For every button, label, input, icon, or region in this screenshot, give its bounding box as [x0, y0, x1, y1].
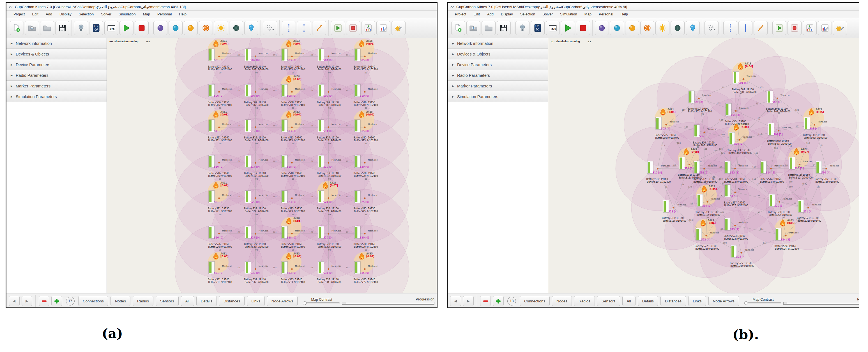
node-dot[interactable] — [255, 127, 256, 128]
menu-selection[interactable]: Selection — [517, 12, 539, 16]
menu-project[interactable]: Project — [10, 12, 28, 16]
node-dot[interactable] — [328, 56, 329, 57]
node-dot[interactable] — [255, 198, 256, 199]
sidebar-panel-radio-parameters[interactable]: ▶Radio Parameters — [6, 70, 106, 81]
menu-simulation[interactable]: Simulation — [556, 12, 581, 16]
node-dot[interactable] — [328, 268, 329, 270]
code-editor-button[interactable]: </> — [546, 21, 560, 35]
view-button-links[interactable]: Links — [688, 296, 706, 306]
menu-edit[interactable]: Edit — [28, 12, 42, 16]
mini-stop-button[interactable] — [787, 21, 802, 35]
node-dot[interactable] — [689, 164, 690, 165]
node-dot[interactable] — [735, 225, 736, 226]
sidebar-panel-network-information[interactable]: ▶Network information — [448, 38, 548, 49]
node-dot[interactable] — [218, 91, 220, 93]
sidebar-panel-network-information[interactable]: ▶Network information — [6, 38, 106, 49]
sensor-yellow-button[interactable] — [184, 21, 198, 35]
mini-run-button[interactable] — [331, 21, 345, 35]
open-project-button[interactable] — [40, 21, 54, 35]
marker-button[interactable] — [686, 21, 700, 35]
node-dot[interactable] — [814, 124, 815, 126]
view-button-distances[interactable]: Distances — [660, 296, 686, 306]
menu-personal[interactable]: Personal — [595, 12, 617, 16]
dotted-line-button[interactable] — [282, 21, 296, 35]
menu-project[interactable]: Project — [451, 12, 470, 16]
run-simulation-button[interactable] — [561, 21, 575, 35]
view-button-radios[interactable]: Radios — [133, 296, 153, 306]
random-devices-button[interactable] — [705, 21, 718, 35]
menu-personal[interactable]: Personal — [154, 12, 175, 16]
network-graph-button[interactable] — [361, 21, 375, 35]
network-map-svg[interactable]: 1351099110911796121901261571061318110812… — [548, 38, 859, 293]
zoom-out-button[interactable] — [39, 296, 50, 306]
node-dot[interactable] — [255, 56, 256, 57]
view-button-node-arrows[interactable]: Node Arrows — [708, 296, 739, 306]
menu-edit[interactable]: Edit — [470, 12, 483, 16]
code-editor-button[interactable]: </> — [104, 21, 118, 35]
node-dot[interactable] — [291, 127, 293, 128]
node-dot[interactable] — [799, 164, 800, 165]
node-dot[interactable] — [735, 168, 736, 169]
view-button-connections[interactable]: Connections — [78, 296, 108, 306]
map-canvas[interactable]: IoT Simulation running 5 s 1019910199101… — [107, 38, 437, 293]
menu-add[interactable]: Add — [484, 12, 497, 16]
slider-knob-icon[interactable] — [744, 301, 748, 305]
sidebar-panel-devices-objects[interactable]: ▶Devices & Objects — [6, 49, 106, 59]
node-dot[interactable] — [706, 235, 707, 236]
node-dot[interactable] — [364, 127, 366, 128]
node-dot[interactable] — [779, 201, 780, 203]
menu-simulation[interactable]: Simulation — [115, 12, 140, 16]
sensor-purple-button[interactable] — [595, 21, 609, 35]
view-button-all[interactable]: All — [181, 296, 194, 306]
sensor-cyan-button[interactable] — [610, 21, 624, 35]
node-dot[interactable] — [218, 127, 220, 128]
script-file-button[interactable]: C:\ — [89, 21, 103, 35]
import-project-button[interactable] — [25, 21, 39, 35]
sidebar-panel-simulation-parameters[interactable]: ▶Simulation Parameters — [448, 91, 548, 102]
view-button-sensors[interactable]: Sensors — [597, 296, 620, 306]
mini-stop-button[interactable] — [346, 21, 360, 35]
node-dot[interactable] — [328, 162, 329, 164]
view-button-details[interactable]: Details — [638, 296, 658, 306]
node-dot[interactable] — [707, 201, 708, 203]
menu-selection[interactable]: Selection — [75, 12, 97, 16]
node-dot[interactable] — [218, 162, 220, 164]
node-dot[interactable] — [735, 192, 736, 193]
node-dot[interactable] — [328, 91, 329, 93]
sensor-dark-button[interactable] — [671, 21, 685, 35]
node-dot[interactable] — [291, 56, 293, 57]
node-dot[interactable] — [739, 139, 740, 141]
stop-simulation-button[interactable] — [576, 21, 590, 35]
view-button-distances[interactable]: Distances — [219, 296, 245, 306]
view-button-node-arrows[interactable]: Node Arrows — [267, 296, 298, 306]
node-dot[interactable] — [328, 198, 329, 199]
view-button-radios[interactable]: Radios — [574, 296, 595, 306]
script-file-button[interactable]: C:\ — [531, 21, 545, 35]
sensor-sun-button[interactable] — [655, 21, 670, 35]
node-dot[interactable] — [808, 207, 809, 209]
sensor-dark-button[interactable] — [229, 21, 243, 35]
node-dot[interactable] — [777, 98, 778, 99]
menu-help[interactable]: Help — [617, 12, 631, 16]
map-contrast-slider[interactable] — [745, 302, 781, 305]
curve-button[interactable] — [753, 21, 768, 35]
node-dot[interactable] — [218, 233, 220, 234]
node-dot[interactable] — [364, 162, 366, 164]
node-dot[interactable] — [255, 91, 256, 93]
prev-button[interactable]: ◀ — [450, 296, 461, 306]
simulation-params-button[interactable] — [516, 21, 529, 35]
save-project-button[interactable] — [497, 21, 511, 35]
map-canvas[interactable]: IoT Simulation running 5 s 1351099110911… — [548, 38, 859, 293]
edit-chart-button[interactable] — [376, 21, 391, 35]
sidebar-panel-device-parameters[interactable]: ▶Device Parameters — [6, 59, 106, 70]
next-button[interactable]: ▶ — [22, 296, 33, 306]
node-dot[interactable] — [673, 207, 674, 209]
next-button[interactable]: ▶ — [463, 296, 474, 306]
dotted-line-button[interactable] — [723, 21, 737, 35]
node-dot[interactable] — [704, 168, 705, 169]
view-button-nodes[interactable]: Nodes — [552, 296, 572, 306]
node-dot[interactable] — [743, 78, 744, 80]
map-contrast-slider[interactable] — [304, 302, 340, 305]
menu-map[interactable]: Map — [581, 12, 595, 16]
zoom-in-button[interactable] — [493, 296, 504, 306]
